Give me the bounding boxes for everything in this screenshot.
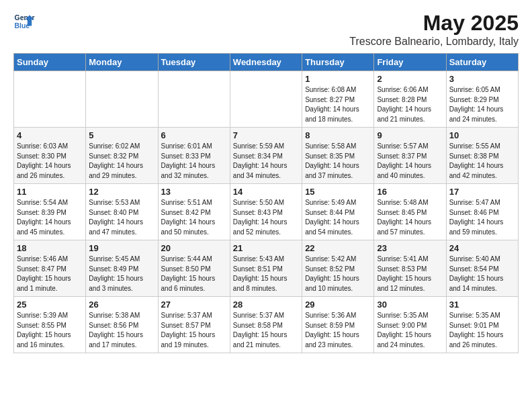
- day-info: Sunrise: 5:38 AM Sunset: 8:56 PM Dayligh…: [89, 311, 154, 350]
- day-number: 4: [17, 130, 83, 140]
- day-info: Sunrise: 5:47 AM Sunset: 8:46 PM Dayligh…: [449, 198, 515, 237]
- day-info: Sunrise: 5:50 AM Sunset: 8:43 PM Dayligh…: [233, 198, 299, 237]
- day-number: 28: [233, 300, 299, 310]
- day-info: Sunrise: 5:57 AM Sunset: 8:37 PM Dayligh…: [377, 142, 443, 181]
- day-number: 26: [89, 300, 154, 310]
- calendar-cell: 15Sunrise: 5:49 AM Sunset: 8:44 PM Dayli…: [302, 184, 374, 240]
- day-number: 9: [377, 130, 443, 140]
- day-number: 8: [305, 130, 371, 140]
- calendar-cell: 24Sunrise: 5:40 AM Sunset: 8:54 PM Dayli…: [446, 240, 518, 297]
- day-info: Sunrise: 5:44 AM Sunset: 8:50 PM Dayligh…: [161, 255, 227, 293]
- day-info: Sunrise: 6:02 AM Sunset: 8:32 PM Dayligh…: [89, 142, 154, 181]
- column-header-thursday: Thursday: [302, 54, 374, 71]
- calendar-cell: [86, 71, 158, 128]
- calendar-cell: [230, 71, 302, 128]
- main-title: May 2025: [349, 11, 519, 36]
- day-info: Sunrise: 5:41 AM Sunset: 8:53 PM Dayligh…: [377, 255, 443, 293]
- day-info: Sunrise: 5:39 AM Sunset: 8:55 PM Dayligh…: [17, 311, 83, 350]
- column-header-saturday: Saturday: [446, 54, 518, 71]
- day-number: 23: [377, 243, 443, 253]
- day-info: Sunrise: 5:59 AM Sunset: 8:34 PM Dayligh…: [233, 142, 299, 181]
- day-number: 25: [17, 300, 83, 310]
- calendar-cell: 7Sunrise: 5:59 AM Sunset: 8:34 PM Daylig…: [230, 128, 302, 184]
- day-number: 30: [377, 300, 443, 310]
- calendar-cell: 17Sunrise: 5:47 AM Sunset: 8:46 PM Dayli…: [446, 184, 518, 240]
- day-number: 12: [89, 187, 154, 197]
- calendar-cell: 2Sunrise: 6:06 AM Sunset: 8:28 PM Daylig…: [374, 71, 446, 128]
- column-header-sunday: Sunday: [14, 54, 86, 71]
- calendar-header-row: SundayMondayTuesdayWednesdayThursdayFrid…: [14, 54, 519, 71]
- day-info: Sunrise: 5:55 AM Sunset: 8:38 PM Dayligh…: [449, 142, 515, 181]
- day-number: 20: [161, 243, 227, 253]
- calendar-cell: 28Sunrise: 5:37 AM Sunset: 8:58 PM Dayli…: [230, 297, 302, 353]
- day-info: Sunrise: 5:43 AM Sunset: 8:51 PM Dayligh…: [233, 255, 299, 293]
- calendar-cell: 16Sunrise: 5:48 AM Sunset: 8:45 PM Dayli…: [374, 184, 446, 240]
- day-number: 11: [17, 187, 83, 197]
- calendar-cell: 4Sunrise: 6:03 AM Sunset: 8:30 PM Daylig…: [14, 128, 86, 184]
- day-number: 18: [17, 243, 83, 253]
- week-row-1: 1Sunrise: 6:08 AM Sunset: 8:27 PM Daylig…: [14, 71, 519, 128]
- logo-icon: General Blue: [13, 11, 35, 32]
- calendar-cell: 9Sunrise: 5:57 AM Sunset: 8:37 PM Daylig…: [374, 128, 446, 184]
- day-info: Sunrise: 5:37 AM Sunset: 8:58 PM Dayligh…: [233, 311, 299, 350]
- week-row-3: 11Sunrise: 5:54 AM Sunset: 8:39 PM Dayli…: [14, 184, 519, 240]
- calendar-cell: 26Sunrise: 5:38 AM Sunset: 8:56 PM Dayli…: [86, 297, 158, 353]
- calendar-cell: 21Sunrise: 5:43 AM Sunset: 8:51 PM Dayli…: [230, 240, 302, 297]
- calendar-cell: 30Sunrise: 5:35 AM Sunset: 9:00 PM Dayli…: [374, 297, 446, 353]
- day-info: Sunrise: 5:36 AM Sunset: 8:59 PM Dayligh…: [305, 311, 371, 350]
- calendar-cell: 27Sunrise: 5:37 AM Sunset: 8:57 PM Dayli…: [158, 297, 230, 353]
- day-number: 22: [305, 243, 371, 253]
- calendar-cell: 12Sunrise: 5:53 AM Sunset: 8:40 PM Dayli…: [86, 184, 158, 240]
- day-number: 24: [449, 243, 515, 253]
- day-info: Sunrise: 5:45 AM Sunset: 8:49 PM Dayligh…: [89, 255, 154, 293]
- day-info: Sunrise: 5:42 AM Sunset: 8:52 PM Dayligh…: [305, 255, 371, 293]
- day-number: 1: [305, 74, 371, 84]
- calendar-cell: 31Sunrise: 5:35 AM Sunset: 9:01 PM Dayli…: [446, 297, 518, 353]
- day-number: 21: [233, 243, 299, 253]
- day-info: Sunrise: 6:06 AM Sunset: 8:28 PM Dayligh…: [377, 85, 443, 124]
- week-row-4: 18Sunrise: 5:46 AM Sunset: 8:47 PM Dayli…: [14, 240, 519, 297]
- calendar-cell: 25Sunrise: 5:39 AM Sunset: 8:55 PM Dayli…: [14, 297, 86, 353]
- calendar-cell: 6Sunrise: 6:01 AM Sunset: 8:33 PM Daylig…: [158, 128, 230, 184]
- day-number: 14: [233, 187, 299, 197]
- calendar-cell: 14Sunrise: 5:50 AM Sunset: 8:43 PM Dayli…: [230, 184, 302, 240]
- day-info: Sunrise: 5:48 AM Sunset: 8:45 PM Dayligh…: [377, 198, 443, 237]
- day-info: Sunrise: 5:53 AM Sunset: 8:40 PM Dayligh…: [89, 198, 154, 237]
- day-info: Sunrise: 5:37 AM Sunset: 8:57 PM Dayligh…: [161, 311, 227, 350]
- day-info: Sunrise: 6:05 AM Sunset: 8:29 PM Dayligh…: [449, 85, 515, 124]
- week-row-2: 4Sunrise: 6:03 AM Sunset: 8:30 PM Daylig…: [14, 128, 519, 184]
- logo: General Blue: [13, 11, 35, 32]
- column-header-monday: Monday: [86, 54, 158, 71]
- day-number: 31: [449, 300, 515, 310]
- calendar-cell: [158, 71, 230, 128]
- day-number: 15: [305, 187, 371, 197]
- day-number: 17: [449, 187, 515, 197]
- calendar-cell: 10Sunrise: 5:55 AM Sunset: 8:38 PM Dayli…: [446, 128, 518, 184]
- day-info: Sunrise: 5:58 AM Sunset: 8:35 PM Dayligh…: [305, 142, 371, 181]
- day-info: Sunrise: 5:35 AM Sunset: 9:00 PM Dayligh…: [377, 311, 443, 350]
- calendar-cell: 13Sunrise: 5:51 AM Sunset: 8:42 PM Dayli…: [158, 184, 230, 240]
- day-info: Sunrise: 5:46 AM Sunset: 8:47 PM Dayligh…: [17, 255, 83, 293]
- day-info: Sunrise: 5:51 AM Sunset: 8:42 PM Dayligh…: [161, 198, 227, 237]
- day-info: Sunrise: 5:49 AM Sunset: 8:44 PM Dayligh…: [305, 198, 371, 237]
- calendar-cell: 3Sunrise: 6:05 AM Sunset: 8:29 PM Daylig…: [446, 71, 518, 128]
- calendar-cell: 22Sunrise: 5:42 AM Sunset: 8:52 PM Dayli…: [302, 240, 374, 297]
- calendar-cell: 11Sunrise: 5:54 AM Sunset: 8:39 PM Dayli…: [14, 184, 86, 240]
- subtitle: Trescore Balneario, Lombardy, Italy: [349, 36, 519, 48]
- column-header-tuesday: Tuesday: [158, 54, 230, 71]
- day-info: Sunrise: 6:08 AM Sunset: 8:27 PM Dayligh…: [305, 85, 371, 124]
- week-row-5: 25Sunrise: 5:39 AM Sunset: 8:55 PM Dayli…: [14, 297, 519, 353]
- page: General Blue May 2025 Trescore Balneario…: [0, 0, 532, 360]
- day-number: 19: [89, 243, 154, 253]
- calendar-body: 1Sunrise: 6:08 AM Sunset: 8:27 PM Daylig…: [14, 71, 519, 353]
- day-info: Sunrise: 6:03 AM Sunset: 8:30 PM Dayligh…: [17, 142, 83, 181]
- calendar-cell: 1Sunrise: 6:08 AM Sunset: 8:27 PM Daylig…: [302, 71, 374, 128]
- calendar-cell: 18Sunrise: 5:46 AM Sunset: 8:47 PM Dayli…: [14, 240, 86, 297]
- column-header-friday: Friday: [374, 54, 446, 71]
- day-number: 13: [161, 187, 227, 197]
- title-block: May 2025 Trescore Balneario, Lombardy, I…: [349, 11, 519, 48]
- day-number: 2: [377, 74, 443, 84]
- day-number: 16: [377, 187, 443, 197]
- header: General Blue May 2025 Trescore Balneario…: [13, 11, 519, 48]
- day-info: Sunrise: 5:35 AM Sunset: 9:01 PM Dayligh…: [449, 311, 515, 350]
